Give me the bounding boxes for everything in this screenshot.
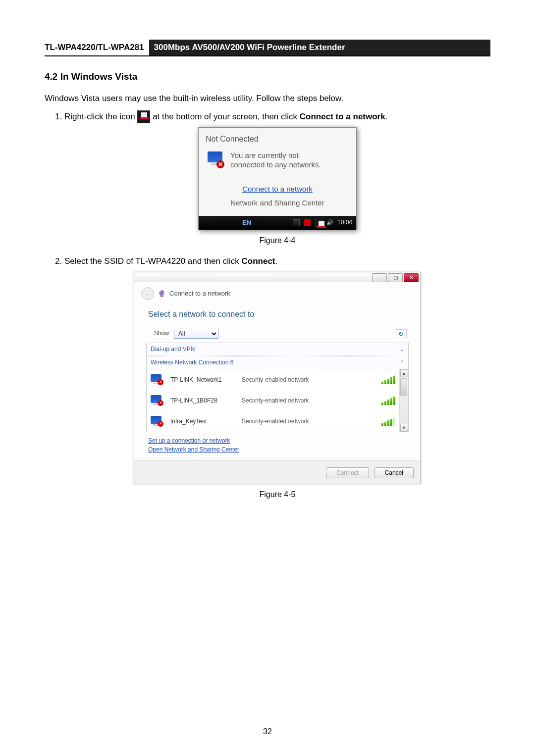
header-model: TL-WPA4220/TL-WPA281 <box>45 40 149 55</box>
section-heading: 4.2 In Windows Vista <box>45 71 490 82</box>
back-button[interactable] <box>141 287 154 300</box>
fig44-msg-line1: You are currently not <box>230 151 299 159</box>
taskbar: EN 10:04 <box>199 216 356 230</box>
refresh-button[interactable] <box>396 329 407 338</box>
fig44-status-row: ✕ You are currently not connected to any… <box>199 149 356 176</box>
fig44-popup: Not Connected ✕ You are currently not co… <box>198 127 357 230</box>
header-bar: TL-WPA4220/TL-WPA281 300Mbps AV500/AV200… <box>45 40 490 56</box>
step1-end: . <box>385 112 388 121</box>
language-indicator[interactable]: EN <box>242 218 251 228</box>
network-sharing-center-text: Network and Sharing Center <box>230 199 324 207</box>
close-button[interactable]: ✕ <box>404 273 419 282</box>
button-bar: Connect Cancel <box>134 460 421 484</box>
setup-connection-link[interactable]: Set up a connection or network <box>148 436 407 445</box>
show-label: Show <box>154 329 169 338</box>
category-wireless[interactable]: Wireless Network Connection 6 ⌃ <box>147 356 408 369</box>
network-globe-icon: 🔮 <box>158 289 165 299</box>
scrollbar[interactable]: ▲ ▼ <box>399 369 408 432</box>
scroll-area: ✕ TP-LINK_Network1 Security-enabled netw… <box>147 369 408 432</box>
show-row: Show All <box>134 327 421 343</box>
step1-bold: Connect to a network <box>300 112 385 121</box>
signal-icon <box>380 397 395 405</box>
step1-post: at the bottom of your screen, then click <box>153 112 300 121</box>
fig44-title: Not Connected <box>199 128 356 149</box>
network-listbox: Dial-up and VPN ⌄ Wireless Network Conne… <box>146 343 409 432</box>
page-number: 32 <box>0 727 535 736</box>
minimize-button[interactable]: — <box>372 273 387 282</box>
window-chrome: — ▢ ✕ <box>134 272 421 282</box>
fig45-caption: Figure 4-5 <box>64 488 490 501</box>
category-dialup[interactable]: Dial-up and VPN ⌄ <box>147 343 408 356</box>
page: TL-WPA4220/TL-WPA281 300Mbps AV500/AV200… <box>0 0 535 528</box>
network-icon: ✕ <box>151 416 163 427</box>
crumb-text: Connect to a network <box>169 289 230 299</box>
step2-bold: Connect <box>242 256 275 266</box>
network-name: Infra_KeyTest <box>170 417 235 426</box>
step-list: Right-click the icon at the bottom of yo… <box>64 110 490 501</box>
fig44-links: Connect to a network Network and Sharing… <box>199 176 356 216</box>
connect-to-network-link[interactable]: Connect to a network <box>199 183 356 195</box>
step1-pre: Right-click the icon <box>64 112 137 121</box>
network-security: Security-enabled network <box>242 375 374 385</box>
chevron-up-icon: ⌃ <box>400 358 404 367</box>
fig45-dialog: — ▢ ✕ 🔮 Connect to a network Select a ne… <box>134 272 421 484</box>
category-dialup-label: Dial-up and VPN <box>151 345 195 354</box>
scroll-up-button[interactable]: ▲ <box>400 369 408 377</box>
speaker-icon[interactable] <box>326 218 333 227</box>
footer-links: Set up a connection or network Open Netw… <box>134 432 421 460</box>
maximize-button[interactable]: ▢ <box>388 273 403 282</box>
network-item[interactable]: ✕ TP-LINK_Network1 Security-enabled netw… <box>147 369 399 390</box>
scroll-thumb[interactable] <box>400 378 407 396</box>
security-shield-icon[interactable] <box>304 219 311 226</box>
taskbar-clock[interactable]: 10:04 <box>337 218 352 227</box>
dialog-prompt: Select a network to connect to <box>134 304 421 327</box>
network-name: TP-LINK_Network1 <box>170 375 235 385</box>
step2-pre: Select the SSID of TL-WPA4220 and then c… <box>64 256 242 266</box>
step-2: Select the SSID of TL-WPA4220 and then c… <box>64 254 490 501</box>
tray-network-icon <box>137 110 150 123</box>
cancel-button[interactable]: Cancel <box>374 467 414 478</box>
header-product: 300Mbps AV500/AV200 WiFi Powerline Exten… <box>149 40 490 55</box>
step-1: Right-click the icon at the bottom of yo… <box>64 110 490 248</box>
category-wireless-label: Wireless Network Connection 6 <box>151 358 233 367</box>
network-name: TP-LINK_1B0F28 <box>170 396 235 405</box>
network-item[interactable]: ✕ Infra_KeyTest Security-enabled network <box>147 411 399 432</box>
tray-network-icon[interactable] <box>315 219 322 227</box>
section-intro: Windows Vista users may use the built-in… <box>45 92 490 105</box>
fig44-caption: Figure 4-4 <box>64 234 490 247</box>
step2-end: . <box>275 256 278 266</box>
open-sharing-center-link[interactable]: Open Network and Sharing Center <box>148 445 407 454</box>
network-icon: ✕ <box>151 374 163 385</box>
show-filter-select[interactable]: All <box>174 329 218 339</box>
fig44-msg: You are currently not connected to any n… <box>230 151 321 170</box>
network-items: ✕ TP-LINK_Network1 Security-enabled netw… <box>147 369 399 432</box>
breadcrumb: 🔮 Connect to a network <box>134 282 421 304</box>
signal-icon <box>380 417 395 426</box>
keyboard-icon[interactable] <box>293 219 300 226</box>
connect-button[interactable]: Connect <box>326 467 369 478</box>
signal-icon <box>380 376 395 384</box>
monitor-disconnected-icon: ✕ <box>206 151 224 168</box>
network-item[interactable]: ✕ TP-LINK_1B0F28 Security-enabled networ… <box>147 390 399 411</box>
network-icon: ✕ <box>151 395 163 406</box>
fig44-msg-line2: connected to any networks. <box>230 160 321 169</box>
scroll-down-button[interactable]: ▼ <box>400 424 408 432</box>
network-security: Security-enabled network <box>242 396 374 405</box>
network-security: Security-enabled network <box>242 417 374 426</box>
chevron-down-icon: ⌄ <box>400 345 404 354</box>
